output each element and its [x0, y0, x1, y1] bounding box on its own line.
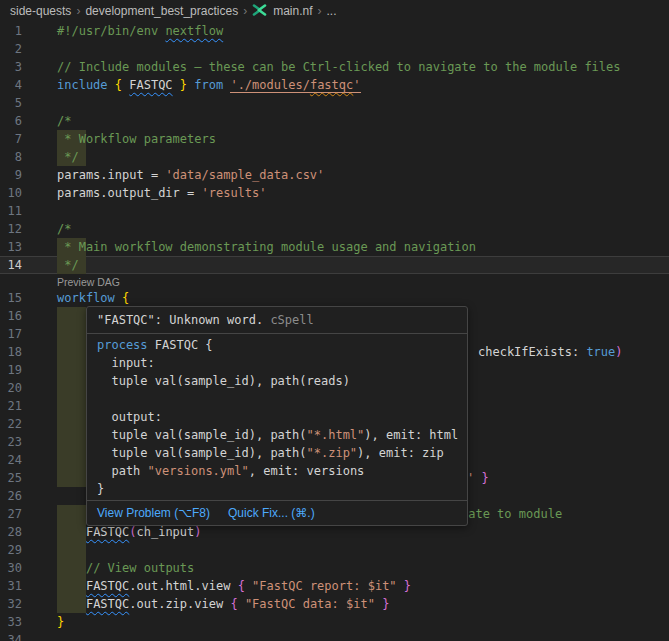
indent-highlight	[57, 379, 86, 397]
line-number[interactable]: 1	[0, 22, 22, 40]
code-token: params.output_dir =	[57, 186, 202, 200]
line-number[interactable]: 29	[0, 541, 22, 559]
indent-highlight	[57, 397, 86, 415]
code-token: '	[467, 471, 481, 485]
code-token: process	[97, 338, 155, 352]
line-number[interactable]: 15	[0, 289, 22, 307]
code-token: // Include modules – these can be Ctrl-c…	[57, 60, 621, 74]
code-text: params.output_dir = 'results'	[57, 184, 267, 202]
code-token: ch_input	[137, 525, 195, 539]
code-token: 'data/sample_data.csv'	[165, 168, 324, 182]
line-number[interactable]: 3	[0, 58, 22, 76]
line-number[interactable]: 30	[0, 559, 22, 577]
code-line-11[interactable]: 11	[0, 202, 669, 220]
code-line-31[interactable]: 31 FASTQC.out.html.view { "FastQC report…	[0, 577, 669, 595]
line-number[interactable]: 31	[0, 577, 22, 595]
line-number[interactable]: 19	[0, 361, 22, 379]
line-number[interactable]: 16	[0, 307, 22, 325]
code-token: '	[353, 78, 360, 93]
line-number[interactable]: 2	[0, 40, 22, 58]
code-line-15[interactable]: 15workflow {	[0, 289, 669, 307]
line-number[interactable]: 28	[0, 523, 22, 541]
indent-highlight	[57, 343, 86, 361]
code-line-12[interactable]: 12/*	[0, 220, 669, 238]
code-token: */	[57, 150, 79, 164]
code-line-30[interactable]: 30 // View outputs	[0, 559, 669, 577]
code-token: * Main workflow demonstrating module usa…	[57, 240, 476, 254]
codelens-preview-dag[interactable]: Preview DAG	[57, 276, 120, 289]
line-number[interactable]: 11	[0, 202, 22, 220]
line-number[interactable]: 10	[0, 184, 22, 202]
code-line-29[interactable]: 29	[0, 541, 669, 559]
line-number[interactable]: 9	[0, 166, 22, 184]
code-line-13[interactable]: 13 * Main workflow demonstrating module …	[0, 238, 669, 256]
code-line-6[interactable]: 6/*	[0, 112, 669, 130]
line-number[interactable]: 33	[0, 613, 22, 631]
line-number[interactable]: 25	[0, 469, 22, 487]
code-text: /*	[57, 220, 71, 238]
code-token: checkIfExists:	[478, 345, 586, 359]
line-number[interactable]: 12	[0, 220, 22, 238]
line-number[interactable]: 14	[0, 256, 22, 274]
code-line-9[interactable]: 9params.input = 'data/sample_data.csv'	[0, 166, 669, 184]
code-text: params.input = 'data/sample_data.csv'	[57, 166, 324, 184]
indent-highlight	[57, 307, 86, 325]
code-token: FASTQC	[129, 78, 172, 92]
code-line-4[interactable]: 4include { FASTQC } from './modules/fast…	[0, 76, 669, 94]
code-token: }	[180, 78, 194, 92]
line-number[interactable]: 27	[0, 505, 22, 523]
line-number[interactable]: 6	[0, 112, 22, 130]
line-number[interactable]: 20	[0, 379, 22, 397]
code-line-3[interactable]: 3// Include modules – these can be Ctrl-…	[0, 58, 669, 76]
code-token: './modules/	[230, 78, 309, 93]
quick-fix-link[interactable]: Quick Fix... (⌘.)	[228, 506, 315, 520]
code-token: 'results'	[202, 186, 267, 200]
code-line-2[interactable]: 2	[0, 40, 669, 58]
code-line-1[interactable]: 1#!/usr/bin/env nextflow	[0, 22, 669, 40]
code-token: {	[115, 78, 129, 92]
code-line-7[interactable]: 7 * Workflow parameters	[0, 130, 669, 148]
code-line-33[interactable]: 33}	[0, 613, 669, 631]
code-token: FASTQC	[86, 525, 129, 539]
line-number[interactable]: 26	[0, 487, 22, 505]
code-line-14[interactable]: 14 */	[0, 256, 669, 274]
indent-highlight	[57, 541, 86, 559]
line-number[interactable]: 23	[0, 433, 22, 451]
line-number[interactable]: 8	[0, 148, 22, 166]
code-fragment: gate to module	[461, 505, 562, 523]
line-number[interactable]: 18	[0, 343, 22, 361]
code-line-5[interactable]: 5	[0, 94, 669, 112]
hover-code-line: tuple val(sample_id), path("*.html"), em…	[97, 426, 457, 444]
code-token: )	[194, 525, 201, 539]
hover-code-line: process FASTQC {	[97, 336, 457, 354]
problem-hover-tooltip: "FASTQC": Unknown word. cSpell process F…	[86, 306, 468, 526]
code-text: workflow {	[57, 289, 129, 307]
code-token: "FastQC report: $it"	[252, 579, 397, 593]
code-token: fastqc	[310, 78, 353, 93]
line-number[interactable]: 5	[0, 94, 22, 112]
code-token: "*.html"	[307, 428, 365, 442]
code-token: "versions.yml"	[148, 464, 249, 478]
code-text: FASTQC.out.zip.view { "FastQC data: $it"…	[57, 595, 389, 613]
code-line-8[interactable]: 8 */	[0, 148, 669, 166]
hover-code-line	[97, 390, 457, 408]
view-problem-link[interactable]: View Problem (⌥F8)	[97, 506, 210, 520]
line-number[interactable]: 7	[0, 130, 22, 148]
code-line-34[interactable]: 34	[0, 631, 669, 641]
code-line-10[interactable]: 10params.output_dir = 'results'	[0, 184, 669, 202]
line-number[interactable]: 24	[0, 451, 22, 469]
code-token: params.input =	[57, 168, 165, 182]
code-token: */	[57, 258, 79, 272]
line-number[interactable]: 13	[0, 238, 22, 256]
line-number[interactable]: 17	[0, 325, 22, 343]
line-number[interactable]: 22	[0, 415, 22, 433]
line-number[interactable]: 34	[0, 631, 22, 641]
hover-code-line: input:	[97, 354, 457, 372]
code-line-32[interactable]: 32 FASTQC.out.zip.view { "FastQC data: $…	[0, 595, 669, 613]
line-number[interactable]: 32	[0, 595, 22, 613]
code-token: path	[97, 464, 148, 478]
line-number[interactable]: 4	[0, 76, 22, 94]
code-token: , emit: versions	[249, 464, 365, 478]
hover-code-line: path "versions.yml", emit: versions	[97, 462, 457, 480]
line-number[interactable]: 21	[0, 397, 22, 415]
